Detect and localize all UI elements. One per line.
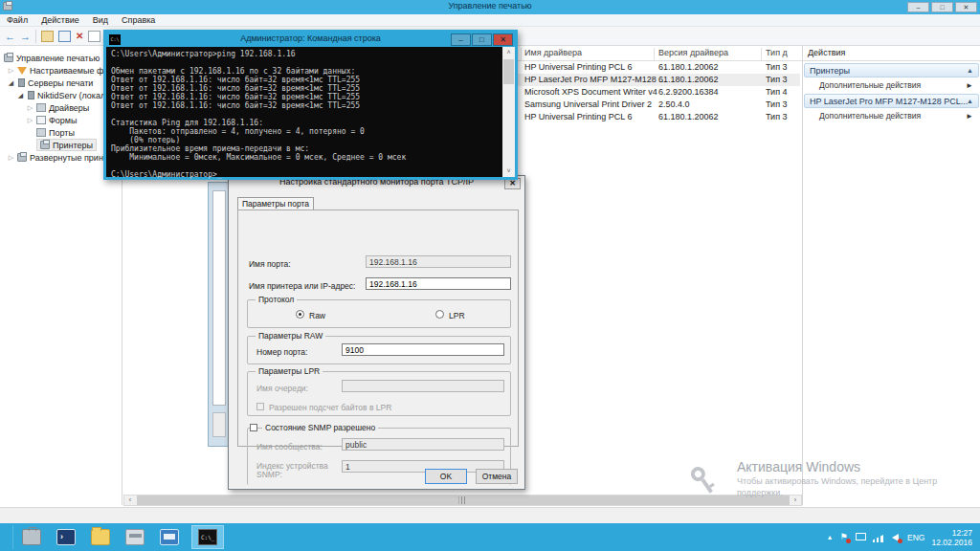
volume-icon[interactable] (890, 532, 901, 542)
scroll-left-icon[interactable]: ‹ (124, 496, 136, 505)
list-cell[interactable]: Тип 4 (766, 87, 788, 99)
scrollbar-thumb[interactable] (137, 496, 790, 505)
list-cell[interactable]: Тип 3 (766, 75, 788, 87)
tree-item-root[interactable]: Управление печатью (4, 52, 100, 64)
close-button[interactable]: ✕ (955, 2, 977, 12)
snmp-enabled-checkbox[interactable] (250, 424, 257, 431)
list-cell[interactable]: HP Universal Printing PCL 6 (524, 112, 633, 124)
cancel-button[interactable]: Отмена (476, 469, 518, 484)
cmd-console[interactable]: C:\Users\Администратор>ping 192.168.1.16… (106, 47, 515, 177)
forward-icon[interactable]: → (20, 30, 31, 43)
action-center-flag-icon[interactable]: ⚑ (838, 532, 849, 542)
toolbar-separator (35, 30, 36, 43)
list-cell[interactable]: Тип 3 (766, 99, 788, 112)
menu-help[interactable]: Справка (122, 15, 155, 26)
list-cell[interactable]: Microsoft XPS Document Writer v4 (524, 87, 657, 99)
expander-collapsed-icon[interactable]: ▷ (27, 104, 33, 112)
actions-title: Действия (803, 48, 980, 61)
collapse-icon[interactable]: ▲ (967, 98, 973, 104)
printer-ip-field[interactable]: 192.168.1.16 (366, 277, 511, 290)
raw-radio[interactable] (296, 310, 304, 319)
actions-section-selected-printer[interactable]: HP LaserJet Pro MFP M127-M128 PCL... ▲ (804, 94, 979, 108)
system-tray: ▴ ⚑ ENG 12:27 12.02.2016 (828, 523, 980, 551)
column-separator[interactable] (761, 48, 762, 60)
export-list-icon[interactable] (88, 31, 100, 42)
network-icon[interactable] (873, 532, 883, 542)
cmd-maximize-button[interactable]: □ (472, 33, 492, 46)
back-icon[interactable]: ← (5, 30, 15, 43)
list-cell[interactable]: 61.180.1.20062 (658, 62, 719, 75)
taskbar-server-manager[interactable] (15, 525, 48, 549)
maximize-button[interactable]: □ (931, 2, 953, 12)
menu-view[interactable]: Вид (93, 15, 108, 26)
expander-collapsed-icon[interactable]: ▷ (8, 154, 14, 162)
actions-section-printers[interactable]: Принтеры ▲ (804, 63, 979, 77)
lpr-radio[interactable] (435, 310, 444, 319)
list-cell[interactable]: HP Universal Printing PCL 6 (524, 62, 633, 75)
scroll-up-icon[interactable]: ˄ (502, 47, 515, 58)
port-number-field[interactable]: 9100 (342, 343, 504, 356)
clock[interactable]: 12:27 12.02.2016 (931, 528, 972, 547)
language-indicator[interactable]: ENG (907, 533, 924, 542)
taskbar-print-management[interactable] (153, 525, 186, 549)
tray-chevron-icon[interactable]: ▴ (828, 533, 832, 541)
expander-collapsed-icon[interactable]: ▷ (8, 67, 14, 75)
menu-file[interactable]: Файл (7, 15, 28, 26)
actions-item-more-actions[interactable]: Дополнительные действия ► (804, 80, 979, 93)
snmp-enabled-label[interactable]: Состояние SNMP разрешено (262, 423, 378, 432)
column-separator[interactable] (654, 48, 655, 60)
cmd-minimize-button[interactable]: – (451, 33, 471, 46)
tree-item-forms[interactable]: ▷ Формы (27, 114, 78, 126)
minimize-button[interactable]: – (907, 2, 929, 12)
expander-expanded-icon[interactable]: ◢ (17, 92, 24, 99)
raw-radio-label[interactable]: Raw (309, 311, 325, 320)
delete-icon[interactable]: ✕ (76, 31, 83, 41)
column-header-driver-version[interactable]: Версия драйвера (658, 48, 728, 60)
expander-collapsed-icon[interactable]: ▷ (27, 117, 33, 124)
cmd-scrollbar-thumb[interactable] (503, 59, 514, 84)
scroll-right-icon[interactable]: › (790, 496, 801, 505)
list-cell[interactable]: 61.180.1.20062 (658, 112, 719, 124)
snmp-index-label-line2: SNMP: (256, 470, 282, 479)
powershell-icon: › (56, 529, 76, 545)
cmd-scrollbar[interactable]: ˄ ˅ (502, 47, 515, 177)
lpr-radio-label[interactable]: LPR (449, 311, 465, 320)
tree-item-print-servers[interactable]: ◢ Серверы печати (8, 77, 93, 89)
tree-item-printers[interactable]: Принтеры (36, 139, 97, 151)
collapse-icon[interactable]: ▲ (967, 67, 973, 74)
list-cell[interactable]: Samsung Universal Print Driver 2 (524, 99, 652, 112)
taskbar-powershell[interactable]: › (50, 525, 82, 549)
list-cell[interactable]: 6.2.9200.16384 (658, 87, 719, 99)
drivers-icon (36, 103, 46, 112)
pc-status-icon[interactable] (856, 532, 866, 542)
cmd-titlebar[interactable]: C:\ Администратор: Командная строка – □ … (106, 33, 515, 47)
tab-port-settings[interactable]: Параметры порта (237, 197, 314, 210)
column-header-driver-name[interactable]: Имя драйвера (524, 48, 582, 60)
column-header-driver-type[interactable]: Тип д (766, 48, 788, 60)
muted-badge (898, 539, 902, 543)
scroll-down-icon[interactable]: ˅ (502, 165, 515, 177)
list-cell[interactable]: 61.180.1.20062 (658, 75, 719, 87)
horizontal-scrollbar[interactable]: ‹ › (123, 495, 802, 506)
main-titlebar[interactable]: Управление печатью – □ ✕ (0, 0, 980, 14)
cmd-close-button[interactable]: ✕ (493, 33, 513, 46)
list-cell[interactable]: HP LaserJet Pro MFP M127-M128 ... (524, 75, 666, 87)
list-cell[interactable]: 2.50.4.0 (658, 99, 690, 112)
taskbar-command-prompt[interactable]: C:\_ (191, 525, 224, 549)
tree-item-drivers[interactable]: ▷ Драйверы (27, 101, 89, 114)
tree-item-server[interactable]: ◢ NiktidServ (локальн (17, 89, 115, 101)
menu-action[interactable]: Действие (41, 15, 79, 26)
column-separator[interactable] (521, 48, 522, 60)
actions-item-more-actions[interactable]: Дополнительные действия ► (804, 111, 979, 123)
ok-button[interactable]: OK (425, 469, 467, 484)
export-icon[interactable] (41, 31, 54, 42)
lpr-settings-legend: Параметры LPR (256, 366, 323, 376)
taskbar-devices-printers[interactable] (119, 525, 151, 549)
tree-item-ports[interactable]: Порты (36, 126, 75, 139)
properties-icon[interactable] (58, 31, 71, 42)
expander-expanded-icon[interactable]: ◢ (8, 79, 14, 87)
taskbar-file-explorer[interactable] (84, 525, 117, 549)
list-cell[interactable]: Тип 3 (766, 62, 788, 75)
list-cell[interactable]: Тип 3 (766, 112, 788, 124)
taskbar: › C:\_ ▴ ⚑ ENG 12:27 12.02.2016 (0, 523, 980, 551)
